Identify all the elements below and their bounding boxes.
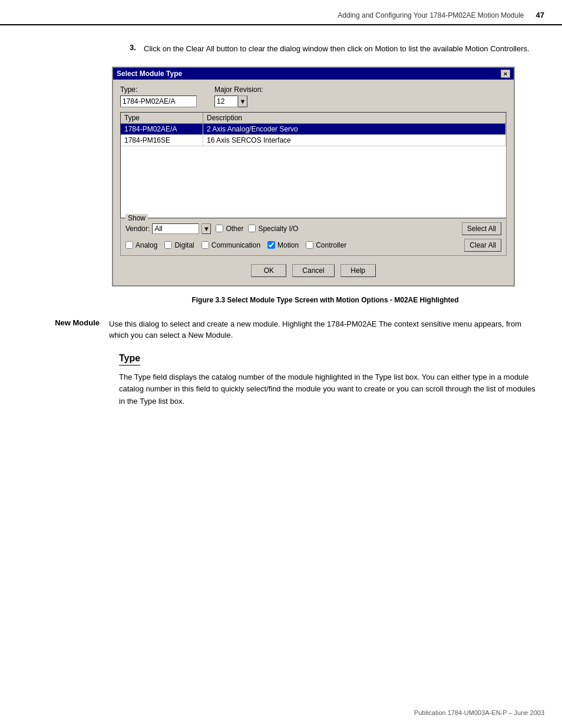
revision-label: Major Revision: [214,85,263,94]
dialog-window: Select Module Type × Type: Major Revisio… [112,67,515,286]
motion-checkbox-group: Motion [267,241,299,249]
row2-desc: 16 Axis SERCOS Interface [203,135,506,146]
type-input[interactable] [120,95,197,107]
header-title: Adding and Configuring Your 1784-PM02AE … [18,11,536,19]
controller-label: Controller [316,241,346,249]
controller-checkbox-group: Controller [306,241,346,249]
digital-checkbox[interactable] [164,241,172,249]
figure-caption: Figure 3.3 Select Module Type Screen wit… [112,296,538,304]
vendor-dropdown-btn[interactable]: ▼ [201,223,211,234]
other-checkbox-group: Other [216,225,243,233]
specialty-io-label: Specialty I/O [258,225,298,233]
revision-dropdown-btn[interactable]: ▼ [238,95,247,107]
table-row[interactable]: 1784-PM16SE 16 Axis SERCOS Interface [121,135,506,146]
dialog-titlebar: Select Module Type × [113,68,514,80]
digital-label: Digital [174,241,194,249]
page-number: 47 [536,11,544,19]
show-legend: Show [125,214,148,222]
specialty-io-checkbox[interactable] [248,225,256,232]
new-module-section: New Module Use this dialog to select and… [24,318,538,341]
page-header: Adding and Configuring Your 1784-PM02AE … [0,0,562,25]
right-buttons: Select All [462,222,501,235]
page-footer: Publication 1784-UM003A-EN-P – June 2003 [414,709,544,716]
instruction-block: 3. Click on the Clear All button to clea… [24,43,538,55]
communication-checkbox[interactable] [201,241,209,249]
show-section: Show Vendor: ▼ Other [120,218,507,256]
close-button[interactable]: × [501,70,510,78]
new-module-label: New Module [24,318,109,341]
col2-header: Description [203,113,506,123]
vendor-label: Vendor: [125,225,150,233]
clear-all-container: Clear All [464,239,501,252]
revision-field-group: Major Revision: ▼ [214,85,263,107]
type-label: Type: [120,85,197,94]
analog-checkbox[interactable] [125,241,133,249]
specialty-checkbox-group: Specialty I/O [248,225,298,233]
other-checkbox[interactable] [216,225,223,232]
type-heading-section: Type The Type field displays the catalog… [24,353,538,408]
row1-type: 1784-PM02AE/A [121,124,203,134]
dialog-title: Select Module Type [117,70,182,78]
type-heading: Type [119,353,140,365]
motion-label: Motion [277,241,299,249]
revision-input[interactable] [214,95,238,107]
main-content: 3. Click on the Clear All button to clea… [0,25,562,434]
table-header: Type Description [121,113,506,124]
analog-label: Analog [135,241,157,249]
dialog-buttons: OK Cancel Help [120,261,507,279]
show-row2: Analog Digital Communication Motion [125,239,501,252]
analog-checkbox-group: Analog [125,241,157,249]
row1-desc: 2 Axis Analog/Encoder Servo [203,124,506,134]
ok-button[interactable]: OK [251,264,286,277]
col1-header: Type [121,113,203,123]
digital-checkbox-group: Digital [164,241,194,249]
table-row[interactable]: 1784-PM02AE/A 2 Axis Analog/Encoder Serv… [121,124,506,135]
vendor-group: Vendor: ▼ [125,223,211,234]
dialog-top-row: Type: Major Revision: ▼ [120,85,507,107]
other-label: Other [226,225,243,233]
communication-checkbox-group: Communication [201,241,260,249]
revision-select-group: ▼ [214,95,263,107]
instruction-text: Click on the Clear All button to clear t… [144,43,538,55]
new-module-content: Use this dialog to select and create a n… [109,318,538,341]
type-field-group: Type: [120,85,197,107]
vendor-input[interactable] [152,223,199,234]
module-table: Type Description 1784-PM02AE/A 2 Axis An… [120,112,507,218]
select-all-button[interactable]: Select All [462,222,501,235]
row2-type: 1784-PM16SE [121,135,203,146]
motion-checkbox[interactable] [267,241,275,249]
controller-checkbox[interactable] [306,241,313,249]
table-rows: 1784-PM02AE/A 2 Axis Analog/Encoder Serv… [121,124,506,218]
dialog-body: Type: Major Revision: ▼ Type [113,80,514,285]
dialog-container: Select Module Type × Type: Major Revisio… [112,67,515,286]
clear-all-button[interactable]: Clear All [464,239,501,252]
cancel-button[interactable]: Cancel [292,264,334,277]
type-body: The Type field displays the catalog numb… [119,371,538,408]
communication-label: Communication [211,241,260,249]
instruction-number: 3. [130,43,139,55]
show-row1: Vendor: ▼ Other Specialty I/O [125,222,501,235]
help-button[interactable]: Help [340,264,376,277]
